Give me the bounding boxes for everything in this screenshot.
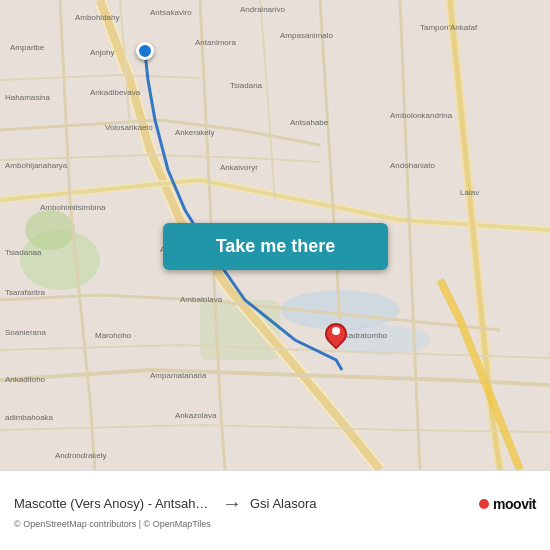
map-container: Ambohidahy Antsakaviro Andrainarivo Ampa… [0, 0, 550, 470]
moovit-text: moovit [493, 496, 536, 512]
svg-text:Ankaditoho: Ankaditoho [5, 375, 46, 384]
attribution: © OpenStreetMap contributors | © OpenMap… [14, 519, 536, 529]
svg-text:Lalav: Lalav [460, 188, 479, 197]
svg-text:Volosarikaelo: Volosarikaelo [105, 123, 153, 132]
from-label: Mascotte (Vers Anosy) - Antsahabe [14, 496, 214, 511]
svg-text:Andrainarivo: Andrainarivo [240, 5, 285, 14]
svg-point-2 [25, 210, 75, 250]
svg-text:Ankerakely: Ankerakely [175, 128, 215, 137]
to-label: Gsi Alasora [250, 496, 479, 511]
svg-text:Tsarafaritra: Tsarafaritra [5, 288, 46, 297]
svg-text:Ambohimitsimbina: Ambohimitsimbina [40, 203, 106, 212]
attribution-text: © OpenStreetMap contributors | © OpenMap… [14, 519, 211, 529]
svg-text:Tsiadana: Tsiadana [230, 81, 263, 90]
svg-text:Anjohy: Anjohy [90, 48, 114, 57]
svg-text:Ambohijanaharya: Ambohijanaharya [5, 161, 68, 170]
svg-text:Ambatolava: Ambatolava [180, 295, 223, 304]
svg-text:Ankadibevava: Ankadibevava [90, 88, 141, 97]
svg-text:Soanierana: Soanierana [5, 328, 46, 337]
bottom-bar: Mascotte (Vers Anosy) - Antsahabe → Gsi … [0, 470, 550, 550]
svg-text:Hahamasina: Hahamasina [5, 93, 50, 102]
take-me-there-button[interactable]: Take me there [163, 223, 388, 270]
arrow-icon: → [222, 492, 242, 515]
svg-text:Antsakaviro: Antsakaviro [150, 8, 192, 17]
moovit-dot [479, 499, 489, 509]
svg-text:adimbahoaka: adimbahoaka [5, 413, 54, 422]
svg-text:Ankazolava: Ankazolava [175, 411, 217, 420]
svg-text:Ambolonkandrina: Ambolonkandrina [390, 111, 453, 120]
svg-text:Ankaivoryr: Ankaivoryr [220, 163, 258, 172]
svg-text:Tampon'Ankataf: Tampon'Ankataf [420, 23, 478, 32]
origin-pin [136, 42, 154, 60]
svg-text:Marohoho: Marohoho [95, 331, 132, 340]
route-info: Mascotte (Vers Anosy) - Antsahabe → Gsi … [14, 492, 536, 515]
svg-text:Antanimora: Antanimora [195, 38, 236, 47]
moovit-logo: moovit [479, 496, 536, 512]
svg-text:Ampasanimalo: Ampasanimalo [280, 31, 333, 40]
svg-text:Tsiadanaa: Tsiadanaa [5, 248, 42, 257]
svg-text:Amparibe: Amparibe [10, 43, 45, 52]
svg-text:Ampamatanana: Ampamatanana [150, 371, 207, 380]
svg-text:Andohaniato: Andohaniato [390, 161, 435, 170]
svg-text:Antsahabe: Antsahabe [290, 118, 329, 127]
svg-text:Androndrakely: Androndrakely [55, 451, 107, 460]
svg-text:Ambohidahy: Ambohidahy [75, 13, 119, 22]
